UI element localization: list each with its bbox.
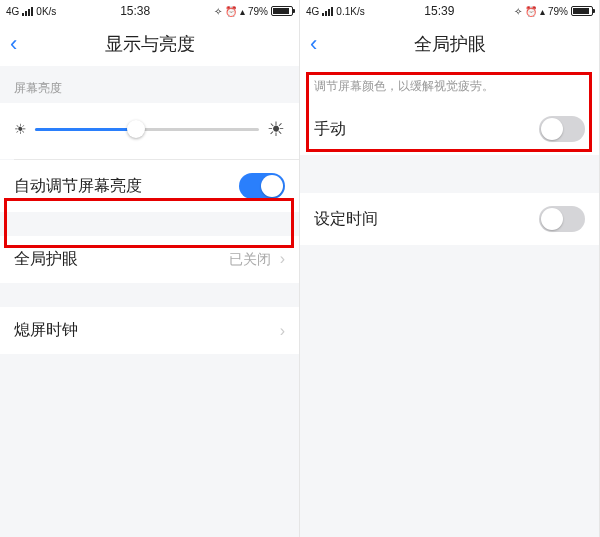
brightness-low-icon: ☀ — [14, 121, 27, 137]
screen-display-brightness: 4G 0K/s 15:38 ✧ ⏰ ▴ 79% ‹ 显示与亮度 屏幕亮度 ☀ ☀… — [0, 0, 300, 537]
brightness-track-fill — [35, 128, 136, 131]
alarm-icon: ⏰ — [225, 6, 237, 17]
wifi-icon: ▴ — [240, 6, 245, 17]
row-label: 手动 — [314, 119, 346, 140]
chevron-right-icon: › — [280, 250, 285, 267]
auto-brightness-switch[interactable] — [239, 173, 285, 199]
row-label: 设定时间 — [314, 209, 378, 230]
bluetooth-icon: ✧ — [214, 6, 222, 17]
screen-eye-protect: 4G 0.1K/s 15:39 ✧ ⏰ ▴ 79% ‹ 全局护眼 调节屏幕颜色，… — [300, 0, 600, 537]
brightness-section-label: 屏幕亮度 — [0, 66, 299, 103]
row-label: 熄屏时钟 — [14, 320, 78, 341]
nav-bar: ‹ 显示与亮度 — [0, 22, 299, 66]
brightness-slider[interactable] — [35, 119, 259, 139]
row-auto-brightness[interactable]: 自动调节屏幕亮度 — [0, 160, 299, 212]
page-title: 显示与亮度 — [105, 32, 195, 56]
chevron-right-icon: › — [280, 322, 285, 340]
network-type: 4G — [6, 6, 19, 17]
battery-fill — [273, 8, 289, 14]
brightness-thumb[interactable] — [127, 120, 145, 138]
network-speed: 0K/s — [36, 6, 56, 17]
wifi-icon: ▴ — [540, 6, 545, 17]
row-value: 已关闭 — [229, 251, 271, 267]
battery-icon — [571, 6, 593, 16]
alarm-icon: ⏰ — [525, 6, 537, 17]
signal-icon — [22, 7, 33, 16]
battery-pct: 79% — [548, 6, 568, 17]
row-aod[interactable]: 熄屏时钟 › — [0, 307, 299, 354]
manual-switch[interactable] — [539, 116, 585, 142]
row-label: 自动调节屏幕亮度 — [14, 176, 142, 197]
battery-fill — [573, 8, 589, 14]
row-eye-protect[interactable]: 全局护眼 已关闭 › — [0, 236, 299, 283]
battery-icon — [271, 6, 293, 16]
schedule-switch[interactable] — [539, 206, 585, 232]
status-bar: 4G 0.1K/s 15:39 ✧ ⏰ ▴ 79% — [300, 0, 599, 22]
page-title: 全局护眼 — [414, 32, 486, 56]
signal-icon — [322, 7, 333, 16]
network-speed: 0.1K/s — [336, 6, 364, 17]
row-manual[interactable]: 手动 — [300, 103, 599, 155]
hint-text: 调节屏幕颜色，以缓解视觉疲劳。 — [300, 66, 599, 103]
row-label: 全局护眼 — [14, 249, 78, 270]
battery-pct: 79% — [248, 6, 268, 17]
brightness-slider-row: ☀ ☀ — [0, 103, 299, 159]
bluetooth-icon: ✧ — [514, 6, 522, 17]
nav-bar: ‹ 全局护眼 — [300, 22, 599, 66]
status-bar: 4G 0K/s 15:38 ✧ ⏰ ▴ 79% — [0, 0, 299, 22]
back-button[interactable]: ‹ — [10, 33, 17, 55]
clock: 15:38 — [120, 4, 150, 18]
back-button[interactable]: ‹ — [310, 33, 317, 55]
network-type: 4G — [306, 6, 319, 17]
brightness-high-icon: ☀ — [267, 117, 285, 141]
row-schedule[interactable]: 设定时间 — [300, 193, 599, 245]
clock: 15:39 — [424, 4, 454, 18]
